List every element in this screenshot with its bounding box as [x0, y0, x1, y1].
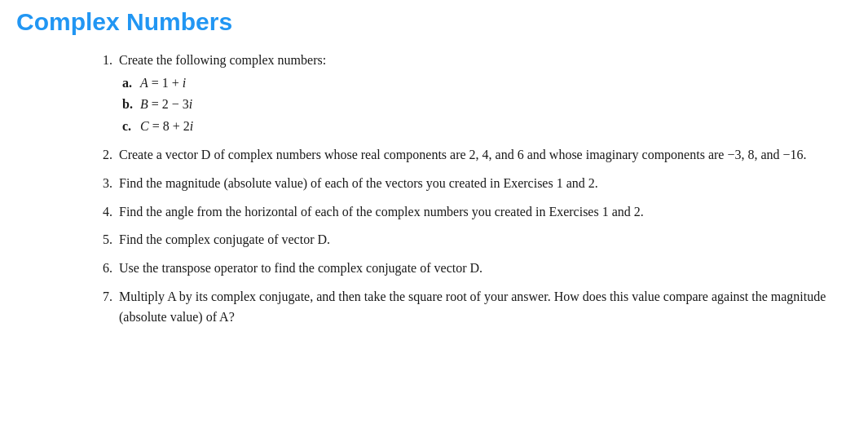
- sub-content-1c: C = 8 + 2i: [140, 116, 193, 137]
- exercise-item-3: 3. Find the magnitude (absolute value) o…: [90, 174, 844, 194]
- exercise-num-1: 1.: [90, 51, 112, 137]
- exercise-content-1: Create the following complex numbers: a.…: [119, 51, 844, 137]
- exercise-num-3: 3.: [90, 174, 112, 194]
- exercise-content-6: Use the transpose operator to find the c…: [119, 259, 844, 279]
- exercise-num-4: 4.: [90, 202, 112, 223]
- exercise-content-4: Find the angle from the horizontal of ea…: [119, 202, 844, 223]
- sub-content-1b: B = 2 − 3i: [140, 94, 192, 115]
- exercise-text-3: Find the magnitude (absolute value) of e…: [119, 176, 598, 190]
- exercise-num-5: 5.: [90, 230, 112, 250]
- sub-list-1: a. A = 1 + i b. B = 2 − 3i c. C = 8 + 2i: [122, 73, 844, 137]
- exercise-content-3: Find the magnitude (absolute value) of e…: [119, 174, 844, 194]
- sub-content-1a: A = 1 + i: [140, 73, 186, 94]
- exercise-list: 1. Create the following complex numbers:…: [90, 51, 844, 328]
- exercise-text-1: Create the following complex numbers:: [119, 53, 326, 67]
- exercise-content-7: Multiply A by its complex conjugate, and…: [119, 287, 844, 328]
- exercise-text-6: Use the transpose operator to find the c…: [119, 261, 482, 275]
- exercise-item-7: 7. Multiply A by its complex conjugate, …: [90, 287, 844, 328]
- sub-item-1b: b. B = 2 − 3i: [122, 94, 844, 115]
- exercise-content-2: Create a vector D of complex numbers who…: [119, 145, 844, 166]
- exercise-num-2: 2.: [90, 145, 112, 166]
- exercise-item-5: 5. Find the complex conjugate of vector …: [90, 230, 844, 250]
- exercise-item-4: 4. Find the angle from the horizontal of…: [90, 202, 844, 223]
- sub-label-1b: b.: [122, 94, 140, 115]
- sub-item-1a: a. A = 1 + i: [122, 73, 844, 94]
- exercise-text-2: Create a vector D of complex numbers who…: [119, 148, 807, 161]
- sub-item-1c: c. C = 8 + 2i: [122, 116, 844, 137]
- sub-label-1c: c.: [122, 116, 140, 137]
- exercise-item-6: 6. Use the transpose operator to find th…: [90, 259, 844, 279]
- sub-label-1a: a.: [122, 73, 140, 94]
- exercise-content-5: Find the complex conjugate of vector D.: [119, 230, 844, 250]
- exercise-num-6: 6.: [90, 259, 112, 279]
- exercise-text-4: Find the angle from the horizontal of ea…: [119, 205, 644, 219]
- exercise-text-5: Find the complex conjugate of vector D.: [119, 232, 330, 246]
- exercise-text-7: Multiply A by its complex conjugate, and…: [119, 290, 826, 324]
- exercise-num-7: 7.: [90, 287, 112, 328]
- exercise-item-2: 2. Create a vector D of complex numbers …: [90, 145, 844, 166]
- exercise-item-1: 1. Create the following complex numbers:…: [90, 51, 844, 137]
- page-title: Complex Numbers: [16, 8, 844, 36]
